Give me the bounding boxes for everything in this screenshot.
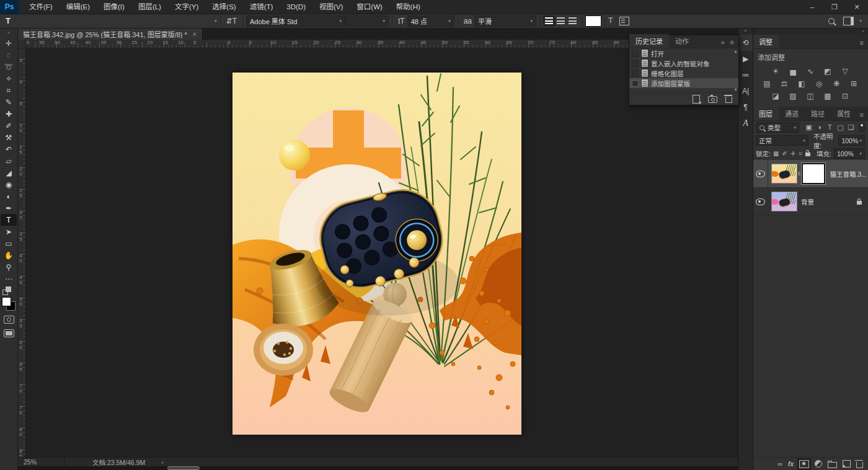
lock-transparency-icon[interactable]: ▦ (773, 150, 779, 157)
font-style-select[interactable]: ▾ (345, 16, 389, 27)
shape-tool[interactable]: ▭ (1, 237, 17, 249)
dodge-tool[interactable]: ◐ (1, 190, 17, 202)
layer-thumbnail[interactable] (772, 164, 797, 183)
layer-thumbnail[interactable] (772, 192, 797, 211)
snapshot-camera-button[interactable] (708, 95, 717, 103)
layer-mask-thumbnail[interactable] (802, 163, 825, 184)
history-item[interactable]: 打开 (629, 48, 738, 58)
layer-style-button[interactable]: fx (788, 461, 794, 468)
panel-collapse-icon[interactable]: » (720, 38, 724, 46)
color-balance-icon[interactable]: ⚖ (777, 79, 791, 88)
history-brush-source-well[interactable] (632, 70, 639, 77)
quick-selection-tool[interactable]: ✧ (1, 73, 17, 84)
brush-settings-panel-icon[interactable]: ≔ (738, 67, 753, 83)
threshold-icon[interactable]: ◫ (804, 92, 817, 100)
history-brush-tool[interactable]: ↶ (1, 143, 17, 155)
adjustments-menu-icon[interactable]: ≡ (860, 39, 868, 48)
filter-type-icon[interactable]: T (825, 123, 835, 131)
adjustment-layer-button[interactable] (815, 460, 822, 468)
text-color-swatch[interactable] (585, 16, 601, 27)
lasso-tool[interactable]: ➰ (1, 61, 17, 73)
marquee-tool[interactable]: ◌ (1, 49, 17, 61)
tab-close-icon[interactable]: × (193, 31, 197, 38)
align-left-icon[interactable] (545, 17, 553, 24)
filter-kind-select[interactable]: 类型 ▾ (756, 122, 799, 133)
scroll-up-icon[interactable]: ▲ (733, 49, 738, 53)
scrollbar-thumb[interactable] (168, 467, 199, 469)
delete-layer-button[interactable] (856, 460, 863, 468)
align-center-icon[interactable] (557, 17, 565, 24)
new-document-from-state-button[interactable] (693, 95, 700, 104)
history-item[interactable]: 置入嵌入的智能对象 (629, 58, 738, 68)
fill-select[interactable]: 100%▾ (834, 148, 865, 159)
history-item[interactable]: 添加图层蒙版 (629, 78, 738, 88)
photo-filter-icon[interactable]: ◎ (812, 79, 826, 88)
warp-text-icon[interactable]: T (608, 16, 613, 26)
selective-color-icon[interactable]: ⊡ (838, 92, 852, 100)
crop-tool[interactable]: ⌗ (1, 84, 17, 96)
menu-item-3DD[interactable]: 3D(D) (280, 0, 312, 14)
close-button[interactable]: ✕ (846, 0, 868, 14)
menu-item-T[interactable]: 滤镜(T) (243, 0, 280, 14)
add-layer-mask-button[interactable] (799, 460, 809, 468)
layer-visibility-eye-icon[interactable] (756, 198, 765, 205)
black-white-icon[interactable]: ◧ (795, 79, 808, 88)
delete-state-button[interactable] (725, 95, 732, 103)
invert-icon[interactable]: ◪ (769, 92, 782, 100)
menu-item-Y[interactable]: 文字(Y) (168, 0, 205, 14)
lock-position-icon[interactable]: ✛ (790, 150, 795, 157)
history-brush-source-well[interactable] (632, 60, 639, 67)
menu-item-I[interactable]: 图像(I) (97, 0, 131, 14)
channel-mixer-icon[interactable]: ❋ (830, 79, 843, 88)
restore-button[interactable]: ❐ (823, 0, 846, 14)
filter-adjustment-icon[interactable]: ◑ (815, 123, 824, 131)
filter-smart-object-icon[interactable]: ❏ (846, 123, 856, 131)
minimize-button[interactable]: – (801, 0, 823, 14)
pen-tool[interactable]: ✒ (1, 202, 17, 214)
tab-路径[interactable]: 路径 (805, 107, 831, 120)
dock-collapse-icon-right[interactable]: » (862, 29, 864, 33)
hand-tool[interactable]: ✋ (1, 249, 17, 261)
link-layers-button[interactable]: ∞ (777, 460, 782, 468)
menu-item-W[interactable]: 窗口(W) (350, 0, 389, 14)
layers-menu-icon[interactable]: ≡ (860, 111, 868, 120)
status-options-arrow[interactable]: › (145, 458, 164, 466)
more-tools[interactable]: ⋯ (1, 273, 17, 285)
lock-paint-icon[interactable]: ✐ (782, 150, 787, 157)
eraser-tool[interactable]: ▱ (1, 155, 17, 167)
menu-item-E[interactable]: 编辑(E) (60, 0, 97, 14)
lock-all-icon[interactable] (805, 153, 810, 156)
toggle-panels-icon[interactable] (619, 17, 629, 25)
blur-tool[interactable]: ◉ (1, 179, 17, 190)
scroll-down-icon[interactable]: ▼ (733, 87, 738, 92)
swap-colors-icon[interactable] (2, 286, 15, 295)
clone-stamp-tool[interactable]: ⚒ (1, 131, 17, 143)
filter-shape-icon[interactable]: ▢ (836, 123, 845, 131)
type-tool[interactable]: T (1, 214, 17, 226)
text-orientation-icon[interactable]: ⇵T (224, 17, 239, 25)
character-panel-icon[interactable]: A| (738, 83, 753, 99)
gradient-map-icon[interactable]: ▩ (821, 92, 835, 100)
tool-preset-icon[interactable]: T (4, 16, 12, 25)
history-brush-source-well[interactable] (632, 50, 639, 57)
move-tool[interactable]: ✛ (1, 37, 17, 49)
paragraph-panel-icon[interactable]: ¶ (738, 99, 753, 115)
zoom-level-field[interactable]: 25% (17, 458, 65, 466)
eyedropper-tool[interactable]: ✎ (1, 96, 17, 108)
screen-mode-icon[interactable] (4, 329, 14, 337)
hue-saturation-icon[interactable]: ▤ (760, 79, 774, 88)
filter-image-icon[interactable]: ▣ (804, 123, 813, 131)
menu-item-V[interactable]: 视图(V) (312, 0, 350, 14)
menu-item-L[interactable]: 图层(L) (131, 0, 168, 14)
align-right-icon[interactable] (569, 17, 577, 24)
workspace-icon[interactable] (843, 17, 854, 25)
tab-属性[interactable]: 属性 (831, 107, 857, 120)
curves-icon[interactable]: ∿ (804, 67, 817, 76)
vibrance-icon[interactable]: ▽ (838, 67, 852, 76)
healing-brush-tool[interactable]: ✚ (1, 108, 17, 120)
layer-row[interactable]: 背景 (753, 188, 868, 216)
quick-mask-icon[interactable] (4, 316, 14, 324)
tab-通道[interactable]: 通道 (779, 107, 805, 120)
horizontal-scrollbar[interactable] (17, 466, 738, 470)
history-panel-icon[interactable]: ⟲ (738, 35, 753, 51)
